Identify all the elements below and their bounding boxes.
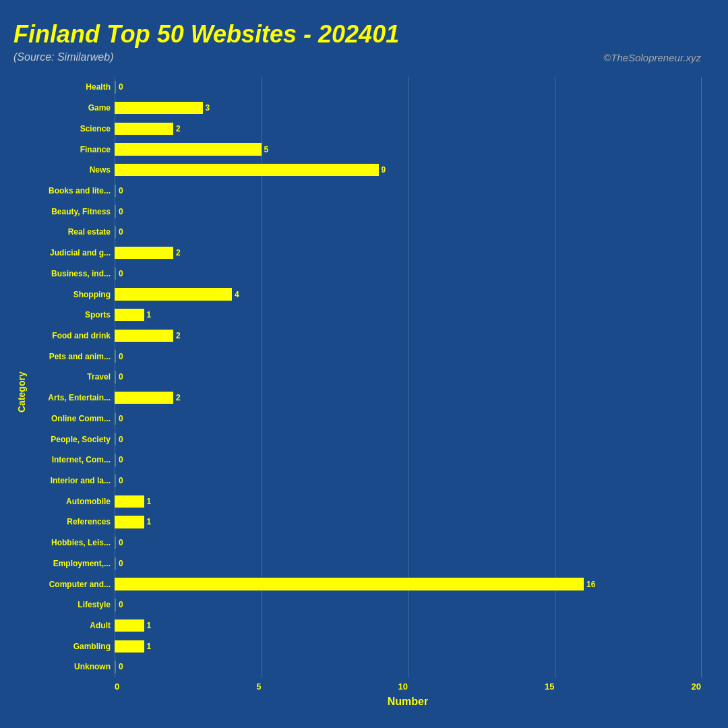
bar-value: 0 xyxy=(119,352,123,361)
bar-label: Pets and anim... xyxy=(27,352,115,361)
bar-label: Computer and... xyxy=(27,580,115,589)
bar-label: Health xyxy=(27,82,115,92)
bar-label: Interior and la... xyxy=(27,476,115,485)
bar-label: Online Comm... xyxy=(27,414,115,423)
bar-container: 1 xyxy=(115,512,701,533)
bar-row: Books and lite...0 xyxy=(27,181,701,202)
bar-row: Game3 xyxy=(27,98,701,119)
bar-row: Food and drink2 xyxy=(27,326,701,346)
bar-container: 0 xyxy=(115,346,701,367)
bar-container: 2 xyxy=(115,118,701,139)
bar-value: 3 xyxy=(206,103,210,113)
chart-subtitle: (Source: Similarweb) xyxy=(13,51,113,63)
bar xyxy=(115,350,116,362)
bar-label: Science xyxy=(27,124,115,133)
bar-row: Computer and...16 xyxy=(27,574,701,595)
bar-label: Sports xyxy=(27,310,115,320)
x-tick: 10 xyxy=(398,681,408,692)
bar-container: 1 xyxy=(115,615,701,636)
bar-label: Beauty, Fitness xyxy=(27,207,115,216)
bar-label: Automobile xyxy=(27,497,115,506)
bar-container: 0 xyxy=(115,77,701,98)
bar-label: Unknown xyxy=(27,662,115,671)
bar-value: 5 xyxy=(264,145,269,154)
bar-container: 1 xyxy=(115,305,701,326)
bar-container: 0 xyxy=(115,471,701,491)
x-tick: 5 xyxy=(256,681,261,692)
bar-row: References1 xyxy=(27,512,701,533)
bar-container: 9 xyxy=(115,160,701,181)
bar-row: Adult1 xyxy=(27,615,701,636)
bar-label: Gambling xyxy=(27,642,115,651)
bar xyxy=(115,205,116,217)
bar-row: Lifestyle0 xyxy=(27,595,701,615)
bar-value: 0 xyxy=(119,227,123,237)
x-tick: 15 xyxy=(545,681,554,692)
bar xyxy=(115,81,116,93)
bar-label: News xyxy=(27,165,115,175)
bar-label: Game xyxy=(27,103,115,113)
bar-container: 5 xyxy=(115,139,701,160)
bar-label: Internet, Com... xyxy=(27,455,115,464)
bar-container: 0 xyxy=(115,429,701,450)
bar xyxy=(115,599,116,611)
bar-value: 16 xyxy=(586,580,595,589)
bar-container: 0 xyxy=(115,181,701,202)
bar-container: 4 xyxy=(115,284,701,305)
bar-row: Judicial and g...2 xyxy=(27,243,701,264)
bar xyxy=(115,475,116,487)
bar xyxy=(115,226,116,238)
bar-value: 0 xyxy=(119,538,123,547)
bar-container: 1 xyxy=(115,491,701,512)
bar xyxy=(115,578,584,590)
bar-value: 2 xyxy=(176,124,181,133)
bar-label: Business, ind... xyxy=(27,269,115,278)
bar-label: Lifestyle xyxy=(27,600,115,609)
bar-row: Pets and anim...0 xyxy=(27,346,701,367)
bar-value: 0 xyxy=(119,269,123,278)
bar xyxy=(115,619,144,632)
bar-container: 2 xyxy=(115,243,701,264)
copyright-text: ©TheSolopreneur.xyz xyxy=(603,52,701,63)
bar xyxy=(115,185,116,197)
bar-value: 0 xyxy=(119,455,123,464)
bar-container: 0 xyxy=(115,533,701,553)
y-axis-label: Category xyxy=(13,77,27,708)
bar xyxy=(115,247,173,259)
bar xyxy=(115,413,116,425)
bar-row: Travel0 xyxy=(27,367,701,388)
bar-label: Arts, Entertain... xyxy=(27,393,115,402)
bar xyxy=(115,640,144,653)
bar-value: 0 xyxy=(119,186,123,195)
bar-value: 2 xyxy=(176,393,181,402)
bar-value: 1 xyxy=(147,310,152,320)
chart-inner: Health0Game3Science2Finance5News9Books a… xyxy=(27,77,701,708)
bar-row: Gambling1 xyxy=(27,636,701,657)
bar xyxy=(115,392,173,404)
x-tick: 0 xyxy=(115,681,119,692)
bar-label: References xyxy=(27,517,115,526)
bar-label: Hobbies, Leis... xyxy=(27,538,115,547)
bar xyxy=(115,123,173,135)
bar-row: Employment,...0 xyxy=(27,553,701,574)
bar-row: Beauty, Fitness0 xyxy=(27,201,701,222)
bar-value: 2 xyxy=(176,331,181,340)
bar xyxy=(115,495,144,508)
bar xyxy=(115,143,262,155)
bar-container: 0 xyxy=(115,263,701,284)
bar-label: Employment,... xyxy=(27,559,115,568)
bar xyxy=(115,454,116,466)
bar xyxy=(115,516,144,528)
bar-label: People, Society xyxy=(27,435,115,444)
bar-container: 0 xyxy=(115,657,701,677)
bar-row: News9 xyxy=(27,160,701,181)
bar-value: 0 xyxy=(119,207,123,216)
bar-row: Finance5 xyxy=(27,139,701,160)
bar-container: 0 xyxy=(115,408,701,429)
bar xyxy=(115,268,116,280)
grid-line xyxy=(701,77,702,677)
bar-container: 1 xyxy=(115,636,701,657)
bar-value: 0 xyxy=(119,559,123,568)
x-tick: 20 xyxy=(692,681,701,692)
bar xyxy=(115,330,173,342)
